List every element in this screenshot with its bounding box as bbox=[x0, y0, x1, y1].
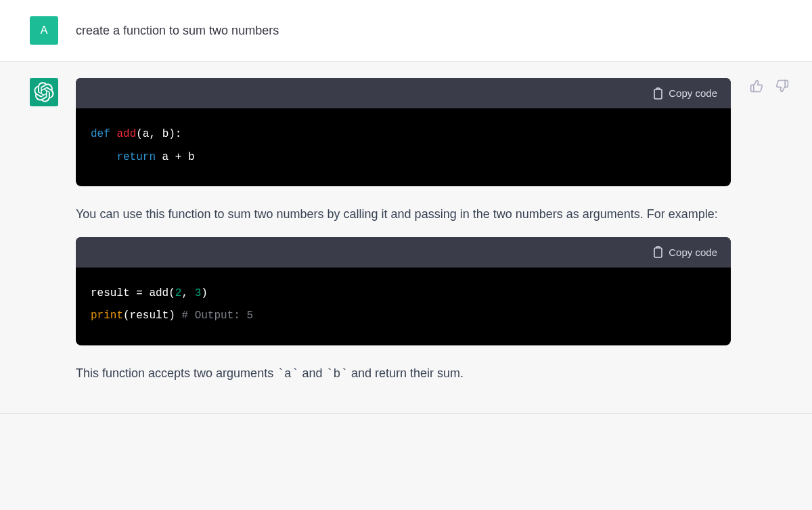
svg-rect-1 bbox=[654, 248, 662, 257]
clipboard-icon bbox=[652, 87, 663, 100]
assistant-content: Copy code def add(a, b): return a + b Yo… bbox=[76, 78, 812, 397]
copy-code-label: Copy code bbox=[669, 247, 717, 258]
code-content-1: def add(a, b): return a + b bbox=[76, 108, 731, 186]
code-header: Copy code bbox=[76, 237, 731, 268]
user-avatar: A bbox=[30, 16, 58, 45]
avatar-column bbox=[0, 78, 76, 397]
thumbs-up-button[interactable] bbox=[747, 77, 766, 95]
user-avatar-letter: A bbox=[41, 24, 48, 37]
assistant-paragraph-2: This function accepts two arguments `a` … bbox=[76, 363, 731, 385]
code-header: Copy code bbox=[76, 78, 731, 108]
code-block-2: Copy code result = add(2, 3) print(resul… bbox=[76, 237, 731, 345]
copy-code-label: Copy code bbox=[669, 87, 717, 99]
assistant-turn: Copy code def add(a, b): return a + b Yo… bbox=[0, 62, 812, 414]
feedback-buttons bbox=[747, 77, 792, 95]
svg-rect-0 bbox=[654, 89, 662, 99]
user-content: create a function to sum two numbers bbox=[76, 16, 812, 45]
copy-code-button[interactable]: Copy code bbox=[652, 87, 717, 100]
code-content-2: result = add(2, 3) print(result) # Outpu… bbox=[76, 268, 731, 345]
code-block-1: Copy code def add(a, b): return a + b bbox=[76, 78, 731, 186]
assistant-avatar bbox=[30, 78, 58, 106]
clipboard-icon bbox=[652, 246, 663, 258]
thumbs-down-icon bbox=[775, 79, 789, 93]
user-message: create a function to sum two numbers bbox=[76, 16, 731, 45]
copy-code-button[interactable]: Copy code bbox=[652, 246, 717, 258]
thumbs-down-button[interactable] bbox=[773, 77, 792, 95]
assistant-paragraph-1: You can use this function to sum two num… bbox=[76, 204, 731, 225]
avatar-column: A bbox=[0, 16, 76, 45]
user-turn: A create a function to sum two numbers bbox=[0, 0, 812, 62]
openai-icon bbox=[34, 82, 54, 102]
thumbs-up-icon bbox=[750, 79, 763, 93]
